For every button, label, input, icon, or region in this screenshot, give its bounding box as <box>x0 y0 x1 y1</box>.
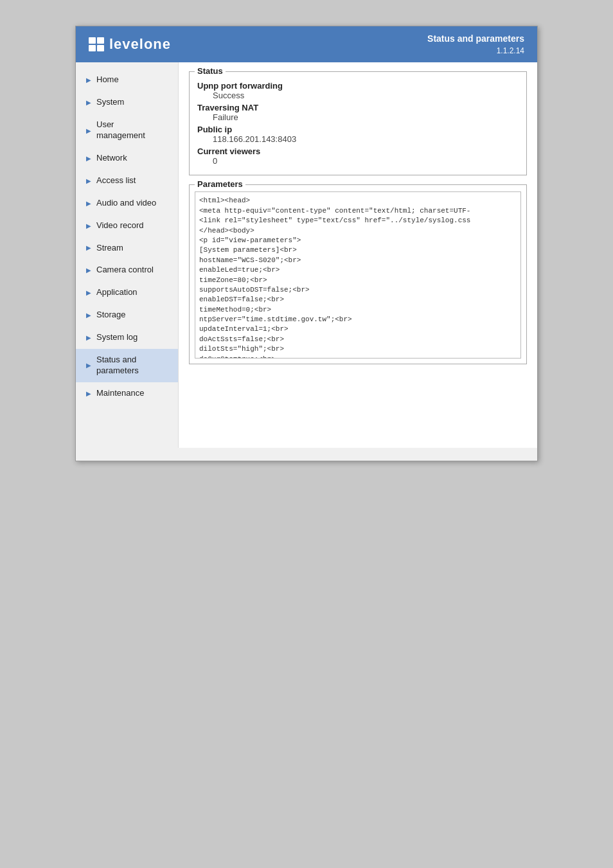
sidebar-item-user-management[interactable]: ▶Usermanagement <box>76 114 178 147</box>
parameters-content[interactable]: <html><head> <meta http-equiv="content-t… <box>195 191 521 359</box>
sidebar-label-system-log: System log <box>96 332 138 343</box>
arrow-icon-home: ▶ <box>86 76 91 84</box>
sidebar-item-network[interactable]: ▶Network <box>76 147 178 170</box>
sidebar-label-audio-video: Audio and video <box>96 198 156 209</box>
sidebar-item-audio-video[interactable]: ▶Audio and video <box>76 192 178 215</box>
levelone-logo-icon <box>89 36 105 53</box>
parameters-title: Parameters <box>195 179 245 189</box>
status-row-nat: Traversing NAT Failure <box>197 103 519 122</box>
ip-value: 118.166.201.143:8403 <box>197 134 519 144</box>
status-table: Upnp port forwarding Success Traversing … <box>197 77 519 166</box>
svg-rect-1 <box>97 37 104 44</box>
arrow-icon-system-log: ▶ <box>86 333 91 342</box>
main-content: Status Upnp port forwarding Success Trav… <box>179 62 537 448</box>
svg-rect-0 <box>89 37 96 44</box>
sidebar-item-application[interactable]: ▶Application <box>76 281 178 304</box>
sidebar-item-system[interactable]: ▶System <box>76 91 178 114</box>
arrow-icon-audio-video: ▶ <box>86 199 91 208</box>
sidebar-item-camera-control[interactable]: ▶Camera control <box>76 259 178 281</box>
sidebar-label-user-management: Usermanagement <box>96 120 145 141</box>
sidebar-item-storage[interactable]: ▶Storage <box>76 304 178 326</box>
sidebar-item-access-list[interactable]: ▶Access list <box>76 170 178 192</box>
arrow-icon-video-record: ▶ <box>86 222 91 230</box>
arrow-icon-stream: ▶ <box>86 244 91 252</box>
parameters-section: Parameters <html><head> <meta http-equiv… <box>189 184 527 364</box>
arrow-icon-user-management: ▶ <box>86 127 91 135</box>
sidebar-item-system-log[interactable]: ▶System log <box>76 326 178 349</box>
main-container: levelone Status and parameters 1.1.2.14 … <box>75 26 538 461</box>
status-row-upnp: Upnp port forwarding Success <box>197 81 519 100</box>
arrow-icon-status-parameters: ▶ <box>86 361 91 369</box>
sidebar-label-camera-control: Camera control <box>96 265 154 276</box>
arrow-icon-application: ▶ <box>86 288 91 297</box>
sidebar-label-application: Application <box>96 287 138 298</box>
arrow-icon-storage: ▶ <box>86 311 91 319</box>
logo-text: levelone <box>109 36 171 53</box>
nat-value: Failure <box>197 112 519 122</box>
sidebar-label-access-list: Access list <box>96 175 136 186</box>
footer-space <box>76 448 537 461</box>
sidebar-label-system: System <box>96 97 124 108</box>
body-layout: ▶Home▶System▶Usermanagement▶Network▶Acce… <box>76 62 537 448</box>
upnp-value: Success <box>197 91 519 100</box>
logo-area: levelone <box>89 36 171 53</box>
status-row-viewers: Current viewers 0 <box>197 146 519 166</box>
header-version: 1.1.2.14 <box>427 46 524 57</box>
arrow-icon-network: ▶ <box>86 154 91 163</box>
status-title: Status <box>195 66 226 76</box>
nat-label: Traversing NAT <box>197 103 519 112</box>
header-title: Status and parameters <box>427 33 524 46</box>
svg-rect-2 <box>89 45 96 51</box>
sidebar-label-maintenance: Maintenance <box>96 388 144 399</box>
arrow-icon-system: ▶ <box>86 98 91 107</box>
sidebar-item-status-parameters[interactable]: ▶Status andparameters <box>76 349 178 382</box>
arrow-icon-maintenance: ▶ <box>86 389 91 398</box>
sidebar-label-storage: Storage <box>96 310 126 321</box>
arrow-icon-camera-control: ▶ <box>86 266 91 274</box>
ip-label: Public ip <box>197 125 519 134</box>
sidebar-label-stream: Stream <box>96 243 123 254</box>
svg-rect-3 <box>97 45 104 51</box>
header: levelone Status and parameters 1.1.2.14 <box>76 26 537 62</box>
status-row-ip: Public ip 118.166.201.143:8403 <box>197 125 519 144</box>
header-right: Status and parameters 1.1.2.14 <box>427 33 524 56</box>
sidebar-label-status-parameters: Status andparameters <box>96 355 139 376</box>
sidebar-item-stream[interactable]: ▶Stream <box>76 237 178 260</box>
sidebar: ▶Home▶System▶Usermanagement▶Network▶Acce… <box>76 62 179 448</box>
viewers-value: 0 <box>197 156 519 166</box>
arrow-icon-access-list: ▶ <box>86 177 91 185</box>
sidebar-label-video-record: Video record <box>96 220 143 231</box>
viewers-label: Current viewers <box>197 146 519 156</box>
sidebar-item-video-record[interactable]: ▶Video record <box>76 215 178 237</box>
upnp-label: Upnp port forwarding <box>197 81 519 91</box>
sidebar-label-home: Home <box>96 75 119 85</box>
status-section: Status Upnp port forwarding Success Trav… <box>189 71 527 175</box>
sidebar-item-home[interactable]: ▶Home <box>76 69 178 91</box>
sidebar-label-network: Network <box>96 153 127 164</box>
sidebar-item-maintenance[interactable]: ▶Maintenance <box>76 382 178 405</box>
